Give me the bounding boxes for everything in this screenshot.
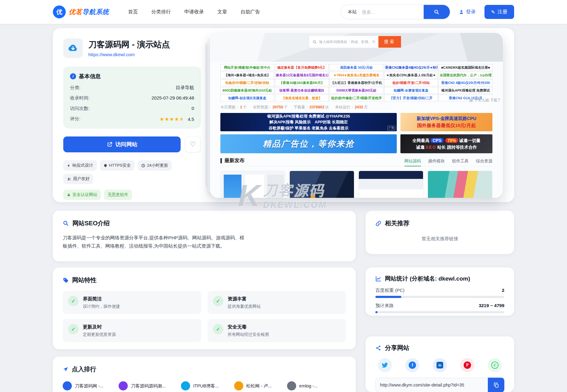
- ad-link: 稳定服务器【首月免费续费9元】: [275, 64, 329, 71]
- login-button[interactable]: 登录: [459, 9, 476, 15]
- tag-icon: [63, 277, 69, 283]
- preview-thumbnail-dashboard: [359, 171, 423, 198]
- preview-thumbnail-mobile-ui: [220, 171, 285, 198]
- nav-link-submit[interactable]: 申请收录: [184, 9, 204, 15]
- stat-baidu-weight: 百度权重 (PC)2: [375, 288, 504, 298]
- pencil-icon: ✎: [491, 9, 495, 15]
- nav-link-home[interactable]: 首页: [128, 9, 138, 15]
- ad-link: 银河源头APK报毒处理 免费测试: [439, 87, 492, 94]
- ad-link: 快客帮-悬赏任务创业赚钱项目: [275, 87, 329, 94]
- top-navbar: 优 优茗导航系统 首页 分类排行 申请收录 文章 自助广告 本站 登录 ✎: [0, 0, 567, 24]
- nav-link-categories[interactable]: 分类排行: [151, 9, 171, 15]
- search-icon: [312, 40, 317, 44]
- rank-favicon: [287, 381, 296, 390]
- ad-link: 【香港16核16G服务器69/月】: [275, 79, 329, 86]
- basic-info-card: i 基本信息 分类: 目录导航 收录时间: 2025-07-29 06:49:4…: [63, 67, 201, 129]
- preview-search-bar: 搜索: [309, 36, 401, 48]
- site-stats-card: 网站统计 (分析域名: dkewl.com) 百度权重 (PC)2 预计来路32…: [366, 267, 514, 316]
- lightning-icon: [67, 164, 71, 168]
- ad-banner-apk: 银河源头APK报毒处理 免费测试 @YHAPK235 解决APK报毒 风险提示 …: [220, 113, 397, 131]
- stat-estimated-traffic: 预计来路3219 ~ 4799: [375, 303, 504, 313]
- search-scope-selector[interactable]: 本站: [341, 9, 362, 15]
- info-row-category: 分类: 目录导航: [70, 85, 194, 91]
- seo-intro-card: 网站SEO介绍 刀客源码是一个专业的网络资源分享平台,提供各种PHP源码、网站源…: [53, 211, 356, 261]
- share-url-input[interactable]: [375, 378, 488, 392]
- progress-bar: [375, 296, 504, 298]
- rank-item[interactable]: emlog -...: [287, 381, 318, 390]
- heart-icon: ♡: [190, 140, 196, 148]
- preview-category-tabs: 网站源码 插件模块 软件工具 综合资源: [404, 158, 492, 164]
- download-toast: 十常九稳 下载了: [469, 98, 501, 103]
- preview-ad-links: 网站开发/搭建/软件修改/非中介 稳定服务器【首月免费续费9元】 高防服务器 3…: [220, 64, 492, 101]
- nav-link-articles[interactable]: 文章: [217, 9, 227, 15]
- ad-link: ■CANEMX超实惠国际域名注册■: [439, 64, 492, 71]
- preview-latest-items: [220, 171, 492, 198]
- tag-responsive: 响应式设计: [63, 160, 97, 171]
- ad-link: 【免实名域名注册、批发】: [275, 95, 329, 101]
- rank-item[interactable]: 刀客源码网 -...: [63, 381, 103, 390]
- ad-banner-slot: 精品广告位，等你来抢: [220, 134, 397, 153]
- check-icon: ✓: [68, 324, 79, 334]
- external-link-icon: [107, 142, 112, 147]
- site-logo[interactable]: 优 优茗导航系统: [53, 5, 109, 18]
- info-row-rating: 评分: ★★★★★ 4.5: [70, 116, 194, 122]
- tag-certified: 安全认证网站: [63, 190, 101, 200]
- rank-item[interactable]: ITPUB博客...: [181, 381, 219, 390]
- ad-banner-vps: 新加坡VPS-金牌高速双路CPU 国外服务器最低仅15元/月起: [400, 113, 492, 131]
- check-icon: ✓: [213, 324, 223, 334]
- user-icon: [459, 9, 464, 15]
- info-icon: i: [70, 73, 76, 79]
- preview-section-title: 最新发布: [220, 157, 245, 164]
- site-detail-hero: 刀客源码网 - 演示站点 https://www.dkewl.com i 基本信…: [53, 28, 514, 202]
- feature-tags: 响应式设计 HTTPS安全 24小时更新 用户友好: [63, 160, 201, 184]
- preview-header: 搜索: [210, 33, 503, 62]
- share-pinterest-button[interactable]: P: [460, 358, 474, 372]
- features-heading: 网站特性: [72, 276, 97, 284]
- cloud-download-icon: [68, 43, 79, 54]
- nav-link-ads[interactable]: 自助广告: [241, 9, 260, 15]
- share-facebook-button[interactable]: f: [405, 358, 419, 372]
- ad-link: ★免实名CDN,服务器,1.5$/月起★: [384, 72, 438, 78]
- share-whatsapp-button[interactable]: ✆: [488, 358, 502, 372]
- rank-item[interactable]: 刀客源码源码测...: [119, 381, 166, 390]
- rank-favicon: [63, 381, 72, 390]
- search-icon: [434, 9, 440, 15]
- rating-value: 4.5: [188, 117, 194, 122]
- toast-icon: [469, 99, 473, 102]
- ad-link: 知赚网-全赛道项目复盘: [384, 87, 438, 94]
- rank-heading: 点入排行: [72, 365, 96, 373]
- copy-url-button[interactable]: [488, 378, 504, 392]
- preview-thumbnail-street-photo: [289, 171, 354, 198]
- page-title: 刀客源码网 - 演示站点: [88, 39, 170, 50]
- share-linkedin-button[interactable]: in: [433, 358, 447, 372]
- share-twitter-button[interactable]: [378, 358, 392, 372]
- search-button[interactable]: [424, 5, 450, 19]
- related-links-card: 相关推荐 暂无相关推荐链接: [366, 211, 514, 254]
- whatsapp-icon: ✆: [491, 361, 499, 369]
- facebook-icon: f: [409, 361, 416, 369]
- preview-thumbnail-design: [428, 171, 492, 198]
- favorite-button[interactable]: ♡: [185, 136, 201, 152]
- brand-name: 优茗导航系统: [69, 8, 109, 16]
- rank-item[interactable]: 松松网 - 卢...: [234, 381, 272, 390]
- visit-website-button[interactable]: 访问网站: [63, 136, 181, 152]
- rating-stars: ★★★★★: [160, 116, 184, 122]
- safety-tags: 安全认证网站 无恶意软件: [63, 190, 201, 200]
- ad-link: 知赚网-创业项目实操复盘: [220, 95, 274, 101]
- related-heading: 相关推荐: [385, 219, 409, 227]
- ad-link: 低价/搭建/开发/二开/仿站: [384, 79, 438, 86]
- site-screenshot-preview: 搜索 网站开发/搭建/软件修改/非中介 稳定服务器【首月免费续费9元】 高防服务…: [210, 33, 503, 198]
- rank-favicon: [234, 381, 243, 390]
- pinterest-icon: P: [464, 361, 471, 369]
- seo-description: 刀客源码是一个专业的网络资源分享平台,提供各种PHP源码、网站源码、游戏源码、模…: [63, 234, 249, 250]
- tag-updated: 24小时更新: [138, 160, 172, 171]
- basic-info-heading: 基本信息: [79, 73, 101, 80]
- search-input[interactable]: [362, 9, 424, 15]
- check-icon: ✓: [213, 296, 223, 306]
- share-heading: 分享网站: [385, 344, 409, 352]
- preview-search-input: [319, 40, 375, 44]
- feature-timely-updates: ✓ 更新及时定期更新优质资源: [63, 319, 201, 342]
- register-button[interactable]: ✎ 注册: [484, 5, 514, 19]
- site-url-link[interactable]: https://www.dkewl.com: [88, 52, 135, 57]
- related-empty-text: 暂无相关推荐链接: [375, 236, 504, 242]
